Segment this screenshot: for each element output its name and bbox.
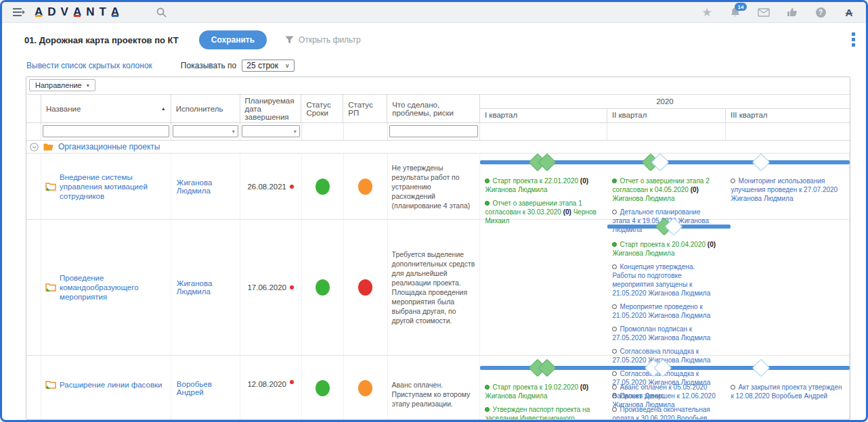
milestone-item: Старт проекта к 20.04.2020 (0) Жиганова … (612, 240, 719, 258)
status-rp-cell (344, 154, 388, 219)
search-icon[interactable] (155, 6, 167, 18)
milestone-item: Концепция утверждена. Работы по подготов… (612, 262, 719, 298)
page-size-label: Показывать по (181, 61, 236, 70)
project-rows: Внедрение системы управления мотивацией … (26, 154, 850, 420)
advanta-logo: ADVANTA (35, 5, 124, 19)
status-term-indicator (316, 380, 330, 396)
milestone-diamond-pending (665, 218, 683, 236)
executor-cell: Жиганова Людмила (171, 220, 240, 355)
filter-name-input[interactable] (43, 125, 169, 137)
milestone-diamond-pending (654, 359, 672, 377)
favorites-star-icon[interactable]: ★ (701, 6, 713, 18)
year-header: 2020 (480, 95, 850, 109)
notifications-bell-icon[interactable]: 14 (729, 6, 741, 18)
column-header-done-problems-risks[interactable]: Что сделано, проблемы, риски (387, 95, 480, 122)
planned-date-cell: 17.06.2020 (240, 220, 302, 355)
executor-link[interactable]: Жиганова Людмила (177, 279, 240, 296)
grouping-strip: Направление ▾ (26, 77, 850, 95)
milestone-item: Отчет о завершении этапа 2 согласован к … (612, 177, 719, 203)
page-size-select[interactable]: 25 строк ∨ (242, 60, 294, 72)
milestones-q1: Старт проекта к 19.02.2020 (0) Жиганова … (480, 383, 607, 420)
row-expander-cell (26, 356, 41, 420)
milestone-pending-bullet-icon (612, 304, 617, 309)
overdue-dot-icon (290, 185, 294, 189)
status-term-cell (302, 154, 344, 219)
filter-executor-select[interactable]: ▾ (173, 125, 238, 137)
project-row: Проведение командообразующего мероприяти… (26, 220, 850, 356)
project-folder-icon (45, 283, 56, 292)
milestone-done-bullet-icon (612, 242, 617, 247)
project-name-link[interactable]: Внедрение системы управления мотивацией … (60, 172, 167, 201)
milestones-q2: Аванс оплачен к 05.05.2020 Васильев Дени… (607, 383, 726, 420)
project-name-link[interactable]: Проведение командообразующего мероприяти… (60, 273, 167, 302)
more-options-kebab-icon[interactable] (852, 32, 855, 47)
funnel-icon (285, 36, 294, 44)
milestones-q3: Акт закрытия проекта утвержден к 12.08.2… (726, 383, 850, 420)
expander-column-header (26, 95, 41, 122)
column-header-status-rp[interactable]: Статус РП (343, 95, 387, 122)
filter-date-select[interactable]: ▾ (242, 125, 300, 137)
executor-cell: Жиганова Людмила (171, 154, 240, 219)
overdue-dot-icon (290, 285, 294, 289)
help-icon[interactable]: ? (815, 6, 827, 18)
row-expander-cell (26, 154, 41, 219)
collapse-group-icon[interactable] (30, 143, 39, 151)
quarter-2-header: II квартал (607, 109, 726, 122)
overdue-dot-icon (290, 380, 294, 384)
notification-count-badge: 14 (735, 3, 747, 11)
milestone-item: Мониторинг использования улучшения прове… (731, 177, 843, 203)
status-rp-cell (344, 220, 388, 355)
column-header-name[interactable]: Название ▲ (41, 95, 171, 122)
executor-link[interactable]: Воробьев Андрей (177, 380, 240, 396)
quarter-1-header: I квартал (480, 109, 607, 122)
milestone-item: Акт закрытия проекта утвержден к 12.08.2… (731, 383, 843, 400)
open-filter-button[interactable]: Открыть фильтр (285, 35, 361, 45)
comment-text: Не утверждены результаты работ по устран… (392, 163, 476, 210)
profile-icon[interactable]: A (843, 6, 855, 18)
executor-link[interactable]: Жиганова Людмила (177, 179, 240, 195)
group-row: Организационные проекты (26, 141, 850, 154)
project-name-cell: Внедрение системы управления мотивацией … (41, 154, 171, 219)
project-name-link[interactable]: Расширение линии фасовки (60, 380, 167, 390)
milestone-pending-bullet-icon (612, 264, 617, 269)
milestone-owner: Жиганова Людмила (731, 195, 793, 202)
column-header-planned-date[interactable]: Планируемая дата завершения (240, 95, 302, 122)
filter-comment-input[interactable] (389, 125, 479, 137)
timeline-cell: Старт проекта к 19.02.2020 (0) Жиганова … (480, 356, 850, 420)
list-controls: Вывести список скрытых колонок Показыват… (2, 57, 866, 74)
milestone-item: Промоплан подписан к 27.05.2020 Жиганова… (612, 325, 719, 342)
sidebar-toggle-icon[interactable] (13, 7, 25, 18)
project-folder-icon (45, 182, 56, 191)
milestone-pending-bullet-icon (612, 210, 617, 214)
grouping-direction-button[interactable]: Направление ▾ (29, 79, 95, 91)
milestone-done-bullet-icon (485, 179, 490, 183)
milestone-item: Аванс оплачен к 05.05.2020 Васильев Дени… (612, 383, 719, 400)
save-button[interactable]: Сохранить (199, 30, 267, 49)
group-row-label[interactable]: Организационные проекты (58, 142, 160, 151)
status-rp-indicator (358, 380, 372, 396)
status-term-indicator (316, 279, 330, 296)
milestone-diamond-pending (651, 154, 670, 172)
milestone-diamond-pending (752, 359, 771, 377)
milestone-owner: Воробьев Андрей (612, 415, 707, 420)
milestone-pending-bullet-icon (731, 385, 735, 390)
show-hidden-columns-link[interactable]: Вывести список скрытых колонок (26, 61, 152, 70)
like-icon[interactable] (786, 6, 798, 18)
milestone-item: Утвержден паспорт проекта на заседании И… (485, 405, 601, 420)
planned-date-value: 17.06.2020 (247, 283, 286, 291)
mail-icon[interactable] (758, 6, 770, 18)
roadmap-grid: Направление ▾ Название ▲ Исполнитель Пла… (26, 76, 850, 420)
planned-date-value: 12.08.2020 (247, 380, 286, 388)
milestone-pending-bullet-icon (612, 407, 617, 412)
project-name-cell: Проведение командообразующего мероприяти… (41, 220, 171, 355)
column-header-status-term[interactable]: Статус Сроки (301, 95, 343, 122)
milestone-columns: Старт проекта к 19.02.2020 (0) Жиганова … (480, 383, 850, 420)
milestone-done-bullet-icon (612, 179, 617, 183)
timeline-header: 2020 I квартал II квартал III квартал (480, 95, 850, 122)
app-window: ADVANTA ★ 14 (0, 0, 868, 422)
project-name-cell: Расширение линии фасовки (41, 356, 171, 420)
comment-cell: Требуется выделение дополнительных средс… (388, 220, 481, 355)
top-bar: ADVANTA ★ 14 (2, 2, 866, 23)
planned-date-cell: 26.08.2021 (240, 154, 302, 219)
column-header-executor[interactable]: Исполнитель (171, 95, 240, 122)
